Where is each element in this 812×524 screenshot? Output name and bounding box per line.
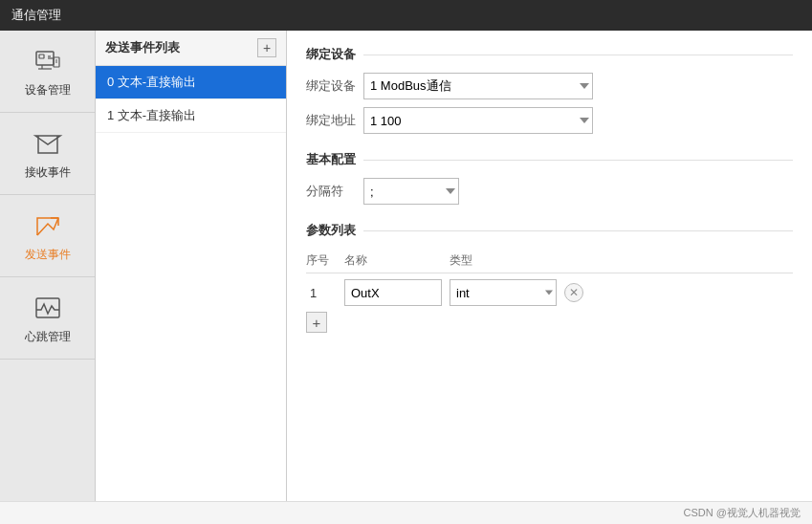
table-row: 1 ✕ <box>306 279 793 306</box>
sidebar-label-recv-event: 接收事件 <box>25 164 71 181</box>
heartbeat-icon <box>31 291 65 325</box>
section-divider <box>363 160 793 161</box>
receive-icon <box>31 126 65 161</box>
event-list-title: 发送事件列表 <box>105 39 180 56</box>
title-text: 通信管理 <box>11 7 61 24</box>
param-table: 序号 名称 类型 1 <box>306 249 793 306</box>
section-divider <box>363 230 793 231</box>
footer-bar: CSDN @视觉人机器视觉 <box>0 501 812 524</box>
param-seq: 1 <box>306 286 344 300</box>
basic-config-section: 基本配置 分隔符 <box>306 151 793 205</box>
param-section-title: 参数列表 <box>306 222 356 239</box>
param-type-input[interactable] <box>450 279 557 306</box>
basic-section-title: 基本配置 <box>306 151 356 168</box>
param-list-section: 参数列表 序号 名称 类型 1 <box>306 222 793 333</box>
bind-device-row: 绑定设备 <box>306 73 793 99</box>
list-item[interactable]: 0 文本-直接输出 <box>96 66 286 99</box>
add-param-button[interactable]: + <box>306 312 327 333</box>
remove-param-button[interactable]: ✕ <box>564 283 583 302</box>
footer-text: CSDN @视觉人机器视觉 <box>684 507 801 518</box>
title-bar: 通信管理 <box>0 0 812 31</box>
sidebar: 设备管理 接收事件 <box>0 31 96 501</box>
event-list-panel: 发送事件列表 + 0 文本-直接输出 1 文本-直接输出 <box>96 31 287 501</box>
bind-address-label: 绑定地址 <box>306 112 363 129</box>
svg-rect-1 <box>39 55 44 58</box>
event-list-body: 0 文本-直接输出 1 文本-直接输出 <box>96 66 286 501</box>
separator-label: 分隔符 <box>306 183 363 200</box>
sidebar-label-send-event: 发送事件 <box>25 247 71 263</box>
param-remove-cell: ✕ <box>564 283 593 302</box>
sidebar-label-device-mgmt: 设备管理 <box>25 82 71 98</box>
bind-address-input-wrap <box>363 107 593 134</box>
event-list-header: 发送事件列表 + <box>96 31 286 66</box>
bind-address-input[interactable] <box>363 107 593 134</box>
sidebar-item-device-mgmt[interactable]: 设备管理 <box>0 31 95 113</box>
param-type-wrap <box>450 279 557 306</box>
sidebar-item-recv-event[interactable]: 接收事件 <box>0 113 95 195</box>
param-type-cell <box>450 279 564 306</box>
param-table-header: 序号 名称 类型 <box>306 249 793 273</box>
col-header-type: 类型 <box>450 252 564 269</box>
param-name-input[interactable] <box>344 279 442 306</box>
device-icon <box>31 44 65 78</box>
add-event-button[interactable]: + <box>257 38 276 57</box>
bind-address-row: 绑定地址 <box>306 107 793 134</box>
bind-device-input[interactable] <box>363 73 593 99</box>
bind-device-section: 绑定设备 绑定设备 绑定地址 <box>306 46 793 134</box>
sidebar-item-send-event[interactable]: 发送事件 <box>0 195 95 277</box>
bind-device-input-wrap <box>363 73 593 99</box>
section-divider <box>363 55 793 55</box>
sidebar-label-heartbeat: 心跳管理 <box>25 329 71 345</box>
separator-row: 分隔符 <box>306 178 793 205</box>
send-icon <box>31 208 65 243</box>
col-header-seq: 序号 <box>306 252 344 269</box>
config-panel: 绑定设备 绑定设备 绑定地址 <box>287 31 812 501</box>
list-item[interactable]: 1 文本-直接输出 <box>96 99 286 133</box>
separator-input[interactable] <box>363 178 459 205</box>
separator-input-wrap <box>363 178 459 205</box>
app-window: 通信管理 <box>0 0 812 524</box>
param-name-cell <box>344 279 450 306</box>
bind-section-title: 绑定设备 <box>306 46 356 63</box>
main-content: 设备管理 接收事件 <box>0 31 812 501</box>
sidebar-item-heartbeat[interactable]: 心跳管理 <box>0 277 95 360</box>
col-header-name: 名称 <box>344 252 450 269</box>
bind-device-label: 绑定设备 <box>306 77 363 95</box>
